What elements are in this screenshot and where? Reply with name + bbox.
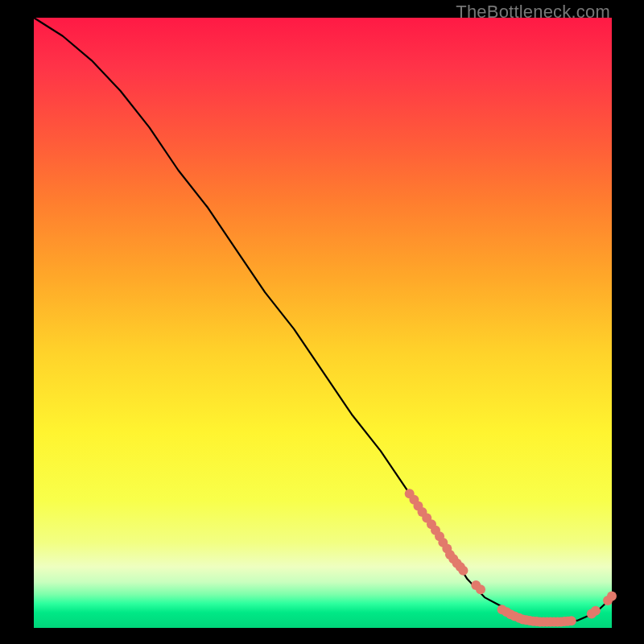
markers-highlight-cluster-1: [405, 489, 469, 576]
curve-bottleneck-curve: [34, 18, 612, 621]
marker-point: [591, 606, 601, 616]
chart-svg: [34, 18, 612, 628]
chart-frame: TheBottleneck.com: [0, 0, 644, 644]
markers-highlight-cluster-4: [587, 592, 617, 619]
plot-area: [34, 18, 612, 628]
markers-highlight-cluster-3: [497, 605, 576, 626]
marker-point: [476, 584, 485, 594]
marker-point: [458, 566, 468, 576]
marker-point: [607, 592, 617, 601]
markers-highlight-cluster-2: [471, 580, 485, 594]
marker-point: [567, 616, 576, 625]
